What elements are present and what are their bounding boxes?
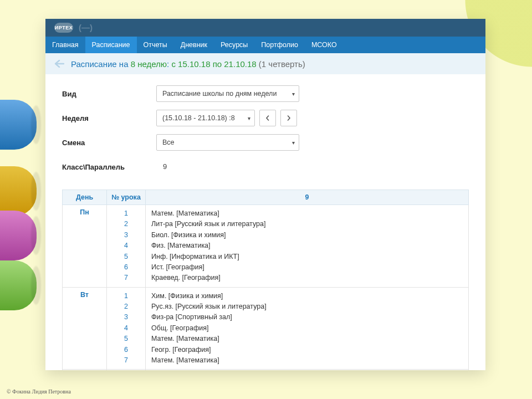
- cell-subjects: Хим. [Физика и химия]: [146, 370, 469, 370]
- nav-item-0[interactable]: Главная: [45, 37, 85, 53]
- decorative-ribbon-yellow: [0, 166, 37, 216]
- label-class: Класс\Параллель: [62, 163, 156, 171]
- app-window: ИРТЕХ (—) ГлавнаяРасписаниеОтчетыДневник…: [45, 19, 485, 370]
- page-subheader: Расписание на 8 неделю: с 15.10.18 по 21…: [45, 53, 485, 74]
- row-shift: Смена Все: [62, 134, 469, 151]
- cell-day: Вт: [63, 287, 107, 370]
- label-view: Вид: [62, 90, 156, 98]
- schedule-table: День № урока 9 Пн1234567Матем. [Математи…: [62, 190, 469, 370]
- row-class: Класс\Параллель 9: [62, 158, 469, 175]
- label-shift: Смена: [62, 139, 156, 147]
- select-shift[interactable]: Все: [156, 134, 299, 151]
- nav-item-2[interactable]: Отчеты: [137, 37, 174, 53]
- slide-credit: © Фокина Лидия Петровна: [7, 388, 71, 395]
- th-day: День: [63, 190, 107, 205]
- decorative-ribbon-green: [0, 260, 37, 310]
- row-view: Вид Расписание школы по дням недели: [62, 85, 469, 102]
- cell-lesson-numbers: 1: [107, 370, 146, 370]
- week-next-button[interactable]: [280, 110, 297, 126]
- table-row: Пн1234567Матем. [Математика]Лит-ра [Русс…: [63, 205, 469, 288]
- subheader-text: Расписание на 8 неделю: с 15.10.18 по 21…: [71, 59, 305, 69]
- class-value: 9: [156, 158, 173, 175]
- table-row: Вт1234567Хим. [Физика и химия]Рус.яз. [Р…: [63, 287, 469, 370]
- cell-lesson-numbers: 1234567: [107, 205, 146, 288]
- table-row: Ср1Хим. [Физика и химия]: [63, 370, 469, 370]
- nav-item-4[interactable]: Ресурсы: [214, 37, 254, 53]
- decorative-ribbon-pink: [0, 211, 37, 260]
- subheader-week: 8 неделю: [131, 59, 167, 69]
- cell-subjects: Матем. [Математика]Лит-ра [Русский язык …: [146, 205, 469, 288]
- th-class: 9: [146, 190, 469, 205]
- subheader-quarter: (1 четверть): [259, 59, 305, 69]
- cell-subjects: Хим. [Физика и химия]Рус.яз. [Русский яз…: [146, 287, 469, 370]
- schedule-container: День № урока 9 Пн1234567Матем. [Математи…: [45, 187, 485, 370]
- cell-day: Ср: [63, 370, 107, 370]
- cell-lesson-numbers: 1234567: [107, 287, 146, 370]
- app-header: ИРТЕХ (—): [45, 19, 485, 37]
- row-week: Неделя (15.10.18 - 21.10.18) :8: [62, 110, 469, 126]
- nav-item-1[interactable]: Расписание: [85, 37, 137, 53]
- cell-day: Пн: [63, 205, 107, 288]
- label-week: Неделя: [62, 114, 156, 122]
- logo-badge: ИРТЕХ: [54, 23, 73, 33]
- subheader-range: с 15.10.18 по 21.10.18: [171, 59, 258, 69]
- app-title: (—): [79, 19, 93, 37]
- week-prev-button[interactable]: [259, 110, 276, 126]
- nav-item-5[interactable]: Портфолио: [254, 37, 305, 53]
- th-lesson-number: № урока: [107, 190, 146, 205]
- back-arrow-icon[interactable]: [53, 58, 65, 70]
- filter-form: Вид Расписание школы по дням недели Неде…: [45, 74, 485, 187]
- subheader-prefix: Расписание на: [71, 59, 131, 69]
- nav-item-3[interactable]: Дневник: [174, 37, 214, 53]
- main-nav: ГлавнаяРасписаниеОтчетыДневникРесурсыПор…: [45, 37, 485, 53]
- decorative-ribbon-blue: [0, 100, 37, 150]
- select-view[interactable]: Расписание школы по дням недели: [156, 85, 299, 102]
- nav-item-6[interactable]: МСОКО: [305, 37, 344, 53]
- select-week[interactable]: (15.10.18 - 21.10.18) :8: [156, 110, 255, 126]
